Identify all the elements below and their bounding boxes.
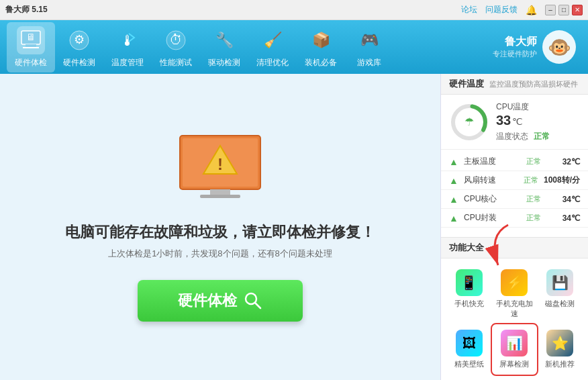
- disk-detect-icon: 💾: [546, 269, 573, 296]
- notification-icon: 🔔: [526, 5, 537, 15]
- cpu-temp-value: 33: [496, 113, 511, 128]
- cpu-state-row: 温度状态 正常: [496, 131, 580, 142]
- win-controls: – □ ✕: [545, 5, 583, 15]
- toolbar-label-clean-optimize: 清理优化: [256, 57, 289, 68]
- brand-name: 鲁大师: [493, 35, 537, 49]
- feature-item-phone-charge[interactable]: 📱 手机快充: [446, 264, 492, 324]
- temp-row-status-0: 正常: [526, 156, 541, 167]
- toolbar-item-game-library[interactable]: 🎮 游戏库: [345, 22, 393, 73]
- wallpaper-icon: 🖼: [456, 330, 483, 357]
- cpu-state-value: 正常: [534, 131, 550, 142]
- cpu-temp-gauge: ☂: [449, 102, 489, 142]
- svg-rect-2: [23, 47, 39, 48]
- close-button[interactable]: ✕: [572, 5, 583, 15]
- svg-text:🎮: 🎮: [360, 31, 379, 49]
- warning-title: 电脑可能存在故障和垃圾，请立即体检并修复！: [65, 222, 375, 242]
- screen-detect-icon: 📊: [501, 330, 528, 357]
- svg-text:🔧: 🔧: [215, 31, 234, 49]
- svg-rect-1: [26, 44, 36, 47]
- features-grid: 📱 手机快充 ⚡ 手机充电加速 💾 磁盘检测 🖼: [441, 258, 588, 380]
- cpu-state-label: 温度状态: [496, 131, 528, 142]
- feature-label-phone-speed: 手机充电加速: [495, 299, 535, 319]
- top-links: 论坛 问题反馈 🔔: [461, 4, 537, 15]
- temp-row-icon-3: ▲: [449, 213, 460, 224]
- feature-item-new-phone[interactable]: ⭐ 新机推荐: [537, 324, 583, 375]
- toolbar-item-driver-detect[interactable]: 🔧 驱动检测: [200, 22, 248, 73]
- toolbar-item-perf-test[interactable]: ⏱ 性能测试: [152, 22, 200, 73]
- temp-row-icon-0: ▲: [449, 156, 460, 167]
- cpu-info: CPU温度 33 ℃ 温度状态 正常: [496, 101, 580, 142]
- svg-text:!: !: [217, 155, 223, 173]
- clean-optimize-icon: 🧹: [258, 26, 287, 54]
- cpu-temp-label: CPU温度: [496, 101, 580, 113]
- main-layout: ! 电脑可能存在故障和垃圾，请立即体检并修复！ 上次体检是1小时前，共发现8个问…: [0, 74, 588, 380]
- feature-label-disk-detect: 磁盘检测: [545, 299, 575, 309]
- toolbar-item-temp-manage[interactable]: 🌡 温度管理: [103, 22, 152, 73]
- toolbar-item-hardware-check[interactable]: 🖥 硬件体检: [7, 22, 55, 73]
- table-row: ▲ 风扇转速 正常 1008转/分: [441, 171, 588, 190]
- app-title: 鲁大师 5.15: [5, 4, 461, 15]
- game-library-icon: 🎮: [355, 26, 383, 54]
- temp-row-status-2: 正常: [526, 194, 541, 204]
- hw-temp-header: 硬件温度 监控温度预防高温损坏硬件: [441, 74, 588, 95]
- svg-line-20: [255, 303, 260, 308]
- feature-item-phone-speed[interactable]: ⚡ 手机充电加速: [492, 264, 538, 324]
- svg-text:📦: 📦: [312, 31, 331, 49]
- feature-item-screen-detect[interactable]: 📊 屏幕检测: [492, 324, 538, 375]
- svg-text:🧹: 🧹: [264, 31, 283, 49]
- svg-text:🌡: 🌡: [120, 32, 135, 49]
- title-bar: 鲁大师 5.15 论坛 问题反馈 🔔 – □ ✕: [0, 0, 588, 20]
- hw-temp-title: 硬件温度: [449, 78, 484, 90]
- phone-speed-icon: ⚡: [501, 269, 528, 296]
- perf-test-icon: ⏱: [162, 26, 190, 54]
- svg-text:🖥: 🖥: [26, 32, 36, 42]
- forum-link[interactable]: 论坛: [461, 4, 477, 15]
- feature-item-disk-detect[interactable]: 💾 磁盘检测: [537, 264, 583, 324]
- features-header: 功能大全: [441, 237, 588, 258]
- toolbar-item-install-essentials[interactable]: 📦 装机必备: [297, 22, 345, 73]
- install-essentials-icon: 📦: [307, 26, 335, 54]
- toolbar-label-hardware-check: 硬件体检: [15, 57, 47, 68]
- svg-rect-18: [200, 195, 240, 198]
- search-icon: [244, 291, 262, 310]
- left-panel: ! 电脑可能存在故障和垃圾，请立即体检并修复！ 上次体检是1小时前，共发现8个问…: [0, 74, 440, 380]
- toolbar-item-clean-optimize[interactable]: 🧹 清理优化: [248, 22, 297, 73]
- temp-row-val-3: 34℃: [546, 213, 580, 223]
- hardware-detect-icon: ⚙: [65, 26, 93, 54]
- toolbar-label-perf-test: 性能测试: [160, 57, 192, 68]
- table-row: ▲ CPU核心 正常 34℃: [441, 190, 588, 209]
- feedback-link[interactable]: 问题反馈: [485, 4, 518, 15]
- table-row: ▲ 主板温度 正常 32℃: [441, 152, 588, 171]
- temp-row-icon-1: ▲: [449, 175, 460, 186]
- feature-label-screen-detect: 屏幕检测: [499, 359, 529, 369]
- mascot-avatar: 🐵: [542, 30, 576, 64]
- monitor-container: !: [173, 132, 267, 209]
- driver-detect-icon: 🔧: [210, 26, 238, 54]
- table-row: ▲ CPU封装 正常 34℃: [441, 209, 588, 228]
- maximize-button[interactable]: □: [558, 5, 569, 15]
- svg-text:⚙: ⚙: [74, 33, 85, 46]
- feature-label-wallpaper: 精美壁纸: [454, 359, 484, 369]
- feature-label-new-phone: 新机推荐: [545, 359, 575, 369]
- feature-label-phone-charge: 手机快充: [454, 299, 484, 309]
- brand-area: 鲁大师 专注硬件防护 🐵: [493, 30, 576, 64]
- toolbar-item-hardware-detect[interactable]: ⚙ 硬件检测: [55, 22, 103, 73]
- temp-row-name-3: CPU封装: [464, 212, 526, 224]
- temp-row-status-3: 正常: [526, 213, 541, 223]
- temp-row-val-1: 1008转/分: [544, 175, 580, 186]
- right-panel: 硬件温度 监控温度预防高温损坏硬件 ☂ CPU温度 33 ℃: [440, 74, 588, 380]
- new-phone-icon: ⭐: [546, 330, 573, 357]
- feature-item-wallpaper[interactable]: 🖼 精美壁纸: [446, 324, 492, 375]
- hw-temp-subtitle: 监控温度预防高温损坏硬件: [489, 79, 578, 89]
- temp-row-status-1: 正常: [524, 175, 538, 185]
- temp-row-val-0: 32℃: [546, 157, 580, 167]
- svg-text:☂: ☂: [464, 116, 474, 128]
- toolbar-label-driver-detect: 驱动检测: [208, 57, 240, 68]
- brand-tagline: 专注硬件防护: [493, 49, 537, 59]
- scan-button[interactable]: 硬件体检: [138, 280, 303, 322]
- temp-row-name-1: 风扇转速: [464, 175, 524, 186]
- svg-text:⏱: ⏱: [169, 32, 183, 47]
- temp-row-name-2: CPU核心: [464, 193, 526, 205]
- toolbar-label-temp-manage: 温度管理: [111, 57, 144, 68]
- minimize-button[interactable]: –: [545, 5, 556, 15]
